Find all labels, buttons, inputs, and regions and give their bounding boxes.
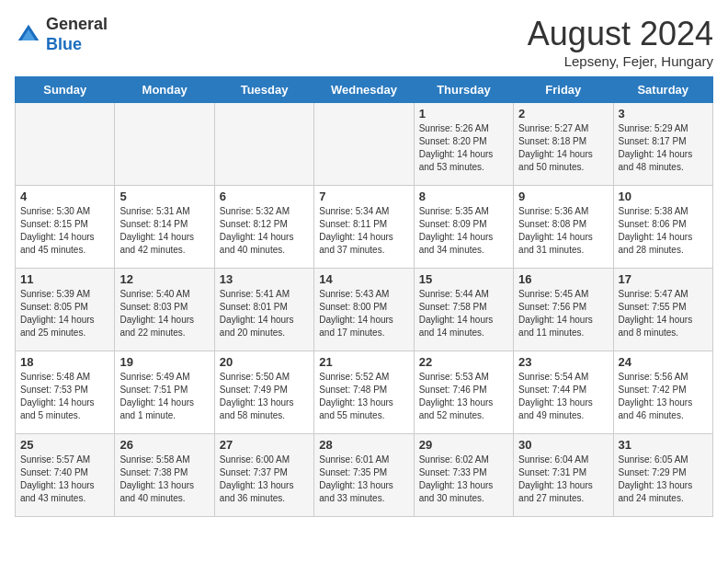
day-number: 16 [518,272,608,286]
calendar-cell: 17Sunrise: 5:47 AM Sunset: 7:55 PM Dayli… [613,269,712,351]
calendar-body: 1Sunrise: 5:26 AM Sunset: 8:20 PM Daylig… [16,103,713,517]
day-info: Sunrise: 6:00 AM Sunset: 7:37 PM Dayligh… [220,454,309,505]
day-number: 4 [20,190,109,203]
day-number: 8 [419,190,508,203]
day-info: Sunrise: 5:27 AM Sunset: 8:18 PM Dayligh… [518,122,608,174]
calendar-cell: 20Sunrise: 5:50 AM Sunset: 7:49 PM Dayli… [214,351,313,434]
day-info: Sunrise: 5:30 AM Sunset: 8:15 PM Dayligh… [20,205,109,257]
weekday-header: Wednesday [314,77,414,103]
day-number: 30 [518,438,608,452]
day-number: 3 [619,107,708,121]
weekday-header: Friday [514,77,613,103]
day-info: Sunrise: 5:34 AM Sunset: 8:11 PM Dayligh… [319,205,408,257]
calendar-cell: 18Sunrise: 5:48 AM Sunset: 7:53 PM Dayli… [16,351,115,434]
calendar-cell [16,103,115,186]
day-number: 23 [518,355,608,369]
calendar-cell [214,103,313,186]
calendar-cell: 2Sunrise: 5:27 AM Sunset: 8:18 PM Daylig… [514,103,613,186]
day-info: Sunrise: 6:05 AM Sunset: 7:29 PM Dayligh… [619,454,708,505]
day-info: Sunrise: 5:50 AM Sunset: 7:49 PM Dayligh… [220,371,309,422]
day-number: 21 [319,355,408,369]
day-info: Sunrise: 5:48 AM Sunset: 7:53 PM Dayligh… [20,371,109,422]
day-info: Sunrise: 5:39 AM Sunset: 8:05 PM Dayligh… [20,288,109,339]
page-header: General Blue August 2024 Lepseny, Fejer,… [15,15,713,69]
day-info: Sunrise: 5:41 AM Sunset: 8:01 PM Dayligh… [220,288,309,339]
calendar-week-row: 25Sunrise: 5:57 AM Sunset: 7:40 PM Dayli… [16,434,713,517]
day-info: Sunrise: 5:40 AM Sunset: 8:03 PM Dayligh… [119,288,209,339]
day-info: Sunrise: 6:04 AM Sunset: 7:31 PM Dayligh… [518,454,608,505]
day-info: Sunrise: 5:57 AM Sunset: 7:40 PM Dayligh… [20,454,109,505]
calendar-cell: 9Sunrise: 5:36 AM Sunset: 8:08 PM Daylig… [514,186,613,269]
day-info: Sunrise: 5:38 AM Sunset: 8:06 PM Dayligh… [619,205,708,257]
calendar-cell: 12Sunrise: 5:40 AM Sunset: 8:03 PM Dayli… [115,269,214,351]
calendar-cell: 7Sunrise: 5:34 AM Sunset: 8:11 PM Daylig… [314,186,414,269]
calendar-table: SundayMondayTuesdayWednesdayThursdayFrid… [15,76,713,517]
calendar-cell: 14Sunrise: 5:43 AM Sunset: 8:00 PM Dayli… [314,269,414,351]
calendar-cell: 31Sunrise: 6:05 AM Sunset: 7:29 PM Dayli… [613,434,712,517]
weekday-header: Saturday [613,77,712,103]
calendar-cell: 24Sunrise: 5:56 AM Sunset: 7:42 PM Dayli… [613,351,712,434]
calendar-cell: 28Sunrise: 6:01 AM Sunset: 7:35 PM Dayli… [314,434,414,517]
day-number: 24 [619,355,708,369]
calendar-cell: 25Sunrise: 5:57 AM Sunset: 7:40 PM Dayli… [16,434,115,517]
logo-text: General Blue [46,15,108,54]
day-number: 31 [619,438,708,452]
day-info: Sunrise: 5:32 AM Sunset: 8:12 PM Dayligh… [220,205,309,257]
day-info: Sunrise: 5:54 AM Sunset: 7:44 PM Dayligh… [518,371,608,422]
calendar-week-row: 18Sunrise: 5:48 AM Sunset: 7:53 PM Dayli… [16,351,713,434]
day-number: 20 [220,355,309,369]
day-number: 5 [119,190,209,203]
calendar-week-row: 4Sunrise: 5:30 AM Sunset: 8:15 PM Daylig… [16,186,713,269]
calendar-cell: 11Sunrise: 5:39 AM Sunset: 8:05 PM Dayli… [16,269,115,351]
calendar-cell: 1Sunrise: 5:26 AM Sunset: 8:20 PM Daylig… [414,103,513,186]
weekday-header: Thursday [414,77,513,103]
logo: General Blue [15,15,108,54]
calendar-cell: 27Sunrise: 6:00 AM Sunset: 7:37 PM Dayli… [214,434,313,517]
day-number: 29 [419,438,508,452]
day-info: Sunrise: 5:29 AM Sunset: 8:17 PM Dayligh… [619,122,708,174]
calendar-cell: 16Sunrise: 5:45 AM Sunset: 7:56 PM Dayli… [514,269,613,351]
weekday-header: Tuesday [214,77,313,103]
calendar-cell: 5Sunrise: 5:31 AM Sunset: 8:14 PM Daylig… [115,186,214,269]
day-number: 10 [619,190,708,203]
calendar-week-row: 1Sunrise: 5:26 AM Sunset: 8:20 PM Daylig… [16,103,713,186]
subtitle: Lepseny, Fejer, Hungary [528,53,713,69]
day-number: 1 [419,107,508,121]
day-number: 14 [319,272,408,286]
calendar-cell: 8Sunrise: 5:35 AM Sunset: 8:09 PM Daylig… [414,186,513,269]
calendar-cell: 26Sunrise: 5:58 AM Sunset: 7:38 PM Dayli… [115,434,214,517]
weekday-row: SundayMondayTuesdayWednesdayThursdayFrid… [16,77,713,103]
day-number: 19 [119,355,209,369]
calendar-cell: 29Sunrise: 6:02 AM Sunset: 7:33 PM Dayli… [414,434,513,517]
day-number: 18 [20,355,109,369]
calendar-cell: 4Sunrise: 5:30 AM Sunset: 8:15 PM Daylig… [16,186,115,269]
day-number: 13 [220,272,309,286]
day-number: 9 [518,190,608,203]
day-info: Sunrise: 5:47 AM Sunset: 7:55 PM Dayligh… [619,288,708,339]
day-info: Sunrise: 5:35 AM Sunset: 8:09 PM Dayligh… [419,205,508,257]
calendar-cell: 21Sunrise: 5:52 AM Sunset: 7:48 PM Dayli… [314,351,414,434]
day-info: Sunrise: 5:44 AM Sunset: 7:58 PM Dayligh… [419,288,508,339]
day-number: 7 [319,190,408,203]
logo-general: General [46,15,108,33]
day-number: 25 [20,438,109,452]
calendar-cell: 23Sunrise: 5:54 AM Sunset: 7:44 PM Dayli… [514,351,613,434]
calendar-cell: 3Sunrise: 5:29 AM Sunset: 8:17 PM Daylig… [613,103,712,186]
calendar-header: SundayMondayTuesdayWednesdayThursdayFrid… [16,77,713,103]
day-info: Sunrise: 6:02 AM Sunset: 7:33 PM Dayligh… [419,454,508,505]
day-info: Sunrise: 5:36 AM Sunset: 8:08 PM Dayligh… [518,205,608,257]
calendar-cell [115,103,214,186]
day-number: 27 [220,438,309,452]
calendar-cell: 6Sunrise: 5:32 AM Sunset: 8:12 PM Daylig… [214,186,313,269]
main-title: August 2024 [528,15,713,53]
day-info: Sunrise: 6:01 AM Sunset: 7:35 PM Dayligh… [319,454,408,505]
day-info: Sunrise: 5:26 AM Sunset: 8:20 PM Dayligh… [419,122,508,174]
day-number: 15 [419,272,508,286]
weekday-header: Monday [115,77,214,103]
day-number: 6 [220,190,309,203]
logo-icon [15,21,42,49]
day-number: 12 [119,272,209,286]
calendar-cell: 15Sunrise: 5:44 AM Sunset: 7:58 PM Dayli… [414,269,513,351]
day-info: Sunrise: 5:45 AM Sunset: 7:56 PM Dayligh… [518,288,608,339]
day-number: 2 [518,107,608,121]
